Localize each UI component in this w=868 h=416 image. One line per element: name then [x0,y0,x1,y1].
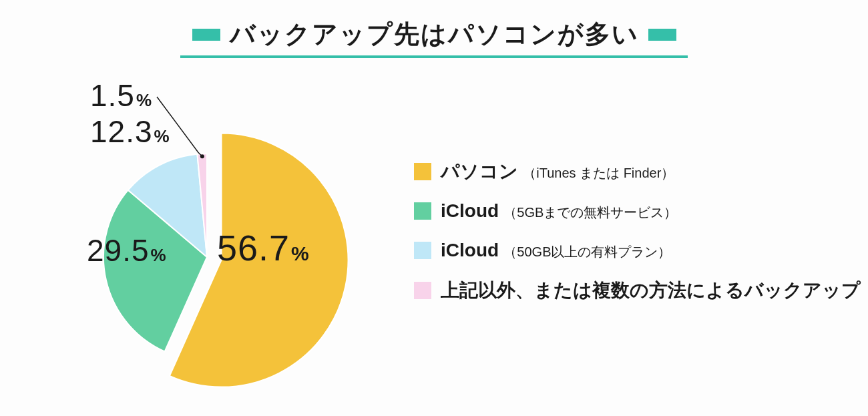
pie-label-0: 56.7% [217,227,309,268]
legend-item-1: iCloud （5GBまでの無料サービス） [414,193,861,228]
legend-label-1: iCloud [441,200,499,221]
legend-sublabel-0: （iTunes または Finder） [523,166,674,180]
legend-item-2: iCloud （50GB以上の有料プラン） [414,232,861,268]
pie-chart: 56.7% 29.5% 12.3% 1.5% [53,73,367,407]
legend-swatch-0 [414,163,431,180]
pie-label-1: 29.5% [87,232,166,268]
legend-label-0: パソコン [441,161,518,182]
legend-label-3: 上記以外、または複数の方法によるバックアップ [441,280,861,300]
legend-sublabel-2: （50GB以上の有料プラン） [503,244,671,259]
title-underline [180,55,688,58]
legend-swatch-3 [414,282,431,299]
legend: パソコン （iTunes または Finder） iCloud （5GBまでの無… [414,154,861,312]
pie-label-3: 1.5% [90,77,152,114]
title-accent-right [648,29,676,41]
callout-dot [200,154,204,158]
pie-label-1-value: 29.5 [87,233,150,268]
pie-label-2: 12.3% [90,114,170,150]
legend-swatch-2 [414,242,431,259]
percent-symbol: % [151,245,166,265]
title-accent-left [192,29,220,41]
legend-item-3: 上記以外、または複数の方法によるバックアップ [414,272,861,308]
chart-title-text: バックアップ先はパソコンが多い [230,17,639,51]
legend-item-0: パソコン （iTunes または Finder） [414,154,861,189]
legend-label-2: iCloud [441,240,499,260]
pie-label-0-value: 56.7 [217,228,290,268]
legend-swatch-1 [414,202,431,220]
percent-symbol: % [154,126,170,146]
pie-label-3-value: 1.5 [90,78,135,113]
pie-label-2-value: 12.3 [90,114,153,149]
legend-sublabel-1: （5GBまでの無料サービス） [503,205,677,220]
percent-symbol: % [136,90,152,110]
percent-symbol: % [291,242,309,264]
chart-title: バックアップ先はパソコンが多い [0,17,868,58]
